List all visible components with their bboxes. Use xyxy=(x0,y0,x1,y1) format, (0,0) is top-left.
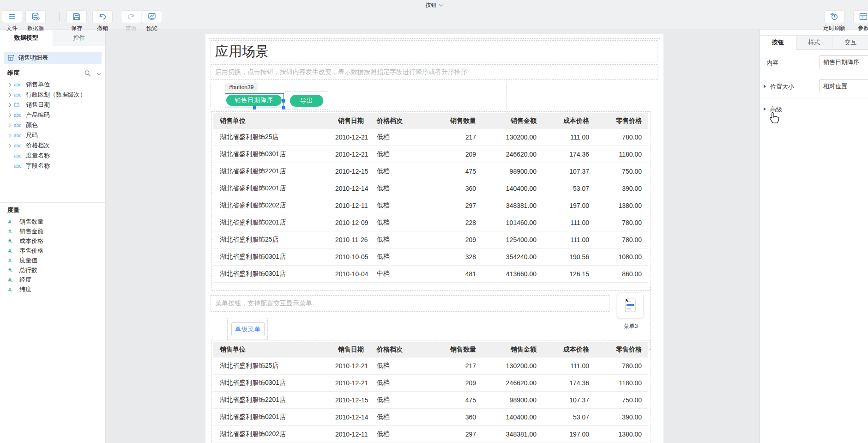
table-cell: 湖北省盛利服饰25店 xyxy=(213,129,329,146)
dimension-label: 尺码 xyxy=(26,131,38,140)
position-value: 相对位置 xyxy=(823,82,847,91)
dimension-item[interactable]: abc产品编码 xyxy=(0,110,105,120)
table-cell: 111.00 xyxy=(543,231,596,249)
table-cell: 217 xyxy=(433,358,482,375)
dimension-item[interactable]: abc尺码 xyxy=(0,130,105,140)
position-select[interactable]: 相对位置 xyxy=(819,79,868,93)
advanced-caret-icon[interactable] xyxy=(764,107,766,111)
expand-chevron-icon[interactable] xyxy=(7,92,12,97)
table-cell: 390.00 xyxy=(596,409,648,426)
expand-chevron-icon[interactable] xyxy=(7,103,12,107)
table-row: 湖北省盛利服饰0301店2010-10-04中档481413660.00126.… xyxy=(213,266,648,283)
dimension-item[interactable]: abc行政区划（数据级次） xyxy=(0,90,105,100)
dimension-label: 行政区划（数据级次） xyxy=(26,91,86,99)
design-canvas[interactable]: 应用场景 启用切换，点击按钮，按钮内容发生改变，表示数据按照指定字段进行降序或者… xyxy=(105,30,760,443)
column-header: 销售日期 xyxy=(329,342,370,358)
table-row: 湖北省盛利服饰0201店2010-12-09低档228101460.00111.… xyxy=(213,214,648,231)
dimension-label: 销售日期 xyxy=(26,101,50,109)
menu-description-block[interactable]: 菜单按钮，支持配置交互显示菜单。 xyxy=(211,295,609,312)
selected-widget-tag: #button39 xyxy=(225,83,258,91)
dataset-label: 销售明细表 xyxy=(18,54,48,62)
menu-button[interactable]: 单级菜单 xyxy=(231,322,265,336)
measure-item[interactable]: #.销售金额 xyxy=(0,226,105,236)
expand-chevron-icon[interactable] xyxy=(7,82,12,87)
preview-label: 预览 xyxy=(140,24,164,32)
preview-button[interactable]: 预览 xyxy=(140,10,164,32)
measure-label: 零售价格 xyxy=(19,247,43,255)
toolbar-separator xyxy=(59,12,60,21)
tab-style[interactable]: 样式 xyxy=(796,36,832,50)
measure-item[interactable]: #.总行数 xyxy=(0,265,105,275)
measure-item[interactable]: #销售数量 xyxy=(0,217,105,226)
parameter-button[interactable]: X= 参数 xyxy=(849,10,868,32)
dimension-item[interactable]: abc销售单位 xyxy=(0,79,105,90)
menu-widget-card[interactable] xyxy=(617,293,643,318)
measure-item[interactable]: #.经度 xyxy=(0,275,105,285)
table-cell: 246620.00 xyxy=(482,146,543,163)
resize-handle-right[interactable] xyxy=(282,99,285,103)
title-block[interactable]: 应用场景 xyxy=(211,40,657,62)
table-cell: 低档 xyxy=(370,146,433,163)
table-row: 湖北省盛利服饰0201店2010-12-14低档360140400.0053.0… xyxy=(213,409,648,426)
search-icon[interactable] xyxy=(84,70,91,77)
table-cell: 2010-12-11 xyxy=(329,426,370,443)
column-header: 价格档次 xyxy=(370,342,433,358)
measure-item[interactable]: #.度量值 xyxy=(0,255,105,265)
table-cell: 湖北省盛利服饰0301店 xyxy=(213,249,329,266)
table-cell: 2010-12-14 xyxy=(329,180,370,197)
column-header: 销售金额 xyxy=(482,342,543,358)
dimension-item[interactable]: abc价格档次 xyxy=(0,140,105,151)
export-button[interactable]: 导出 xyxy=(290,95,323,107)
measure-item[interactable]: #.纬度 xyxy=(0,285,105,294)
content-input[interactable]: 销售日期降序 xyxy=(819,55,868,69)
table-cell: 低档 xyxy=(370,180,433,197)
dimension-item[interactable]: abc颜色 xyxy=(0,120,105,130)
timed-refresh-icon xyxy=(830,12,839,21)
column-header: 销售日期 xyxy=(329,113,370,129)
data-table-1: 销售单位销售日期价格档次销售数量销售金额成本价格零售价格湖北省盛利服饰25店20… xyxy=(212,113,651,283)
table-cell: 780.00 xyxy=(596,231,648,249)
timed-refresh-button[interactable]: 定时刷新 xyxy=(820,10,849,32)
description-block[interactable]: 启用切换，点击按钮，按钮内容发生改变，表示数据按照指定字段进行降序或者升序排序 xyxy=(211,64,657,80)
text-field-icon: abc xyxy=(14,82,26,87)
resize-handle-bottom[interactable] xyxy=(253,106,256,109)
expand-chevron-icon[interactable] xyxy=(7,143,12,148)
table-cell: 111.00 xyxy=(543,129,596,146)
collapse-chevron-icon[interactable] xyxy=(97,71,102,75)
measures-title: 度量 xyxy=(7,206,19,214)
measure-item[interactable]: #.成本价格 xyxy=(0,236,105,246)
dataset-item[interactable]: 销售明细表 xyxy=(4,52,102,64)
tab-interaction[interactable]: 交互 xyxy=(832,36,868,50)
table-header-row: 销售单位销售日期价格档次销售数量销售金额成本价格零售价格 xyxy=(213,342,648,358)
window-title[interactable]: 按钮 xyxy=(0,1,868,9)
left-sidebar: 数据模型 控件 销售明细表 维度 abc销售单位abc行政区划（数据级次）销售日… xyxy=(0,30,106,443)
position-caret-icon[interactable] xyxy=(764,85,766,88)
tab-button[interactable]: 按钮 xyxy=(760,36,796,49)
resize-handle-corner[interactable] xyxy=(282,106,285,109)
undo-button[interactable]: 撤销 xyxy=(90,10,115,32)
expand-chevron-icon[interactable] xyxy=(7,133,12,138)
data-table-2: 销售单位销售日期价格档次销售数量销售金额成本价格零售价格湖北省盛利服饰25店20… xyxy=(212,342,651,443)
panel-divider-2 xyxy=(760,98,868,98)
report-page[interactable]: 应用场景 启用切换，点击按钮，按钮内容发生改变，表示数据按照指定字段进行降序或者… xyxy=(205,34,663,443)
table-row: 湖北省盛利服饰25店2010-12-21低档217130200.00111.00… xyxy=(213,358,648,375)
datasource-button[interactable]: 数据源 xyxy=(24,10,48,32)
file-button[interactable]: 文件 xyxy=(0,10,24,32)
table-cell: 湖北省盛利服饰0201店 xyxy=(213,180,329,197)
expand-chevron-icon[interactable] xyxy=(7,113,12,117)
sort-button[interactable]: 销售日期降序 xyxy=(226,95,282,106)
expand-chevron-icon[interactable] xyxy=(7,123,12,127)
table-cell: 130200.00 xyxy=(482,129,543,146)
sort-button-selection[interactable]: 销售日期降序 xyxy=(225,93,284,108)
dimension-item[interactable]: 销售日期 xyxy=(0,100,105,110)
dimension-item[interactable]: abc字段名称 xyxy=(0,161,105,171)
dimension-item[interactable]: abc度量名称 xyxy=(0,151,105,161)
table-cell: 174.36 xyxy=(543,375,596,392)
save-button[interactable]: 保存 xyxy=(65,10,89,32)
menu-button-block[interactable]: 单级菜单 xyxy=(227,318,268,340)
table-block-2[interactable]: 销售单位销售日期价格档次销售数量销售金额成本价格零售价格湖北省盛利服饰25店20… xyxy=(211,340,651,443)
column-header: 销售数量 xyxy=(433,113,482,129)
export-button-block[interactable]: 导出 xyxy=(285,91,328,110)
measure-item[interactable]: #.零售价格 xyxy=(0,246,105,255)
table-block-1[interactable]: 销售单位销售日期价格档次销售数量销售金额成本价格零售价格湖北省盛利服饰25店20… xyxy=(211,111,651,291)
